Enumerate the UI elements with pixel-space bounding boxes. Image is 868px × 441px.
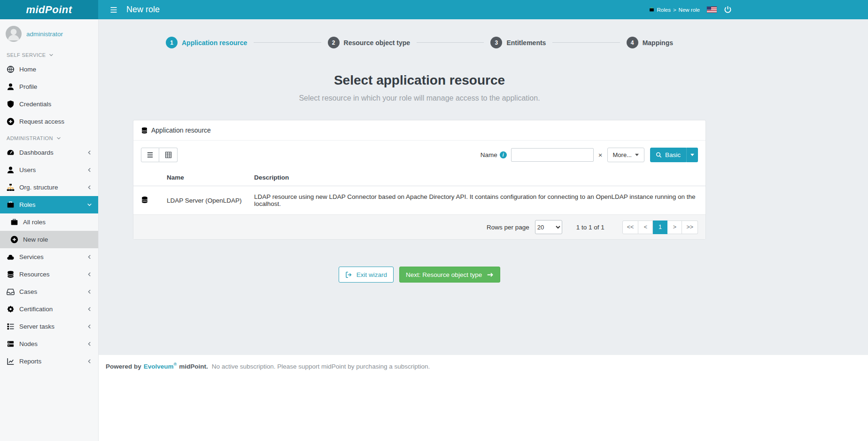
sidebar-item-roles[interactable]: Roles	[0, 196, 98, 213]
cases-icon	[7, 288, 15, 296]
content-area: 1Application resource2Resource object ty…	[98, 19, 868, 355]
first-page-button[interactable]: <<	[622, 220, 639, 234]
role-icon	[649, 7, 654, 12]
sidebar-item-label: New role	[23, 236, 92, 243]
sidebar-item-label: Dashboards	[19, 149, 82, 156]
more-filters-button[interactable]: More...	[607, 148, 644, 162]
sidebar-item-label: Resources	[19, 271, 82, 278]
rows-per-page-label: Rows per page	[487, 224, 529, 231]
sidebar-item-services[interactable]: Services	[0, 248, 98, 266]
plus-circle-icon	[7, 118, 15, 126]
rows-per-page-select[interactable]: 20	[535, 220, 562, 234]
last-page-button[interactable]: >>	[682, 220, 698, 234]
sidebar-item-org-structure[interactable]: Org. structure	[0, 179, 98, 196]
sidebar-item-credentials[interactable]: Credentials	[0, 95, 98, 113]
table-view-icon	[165, 151, 172, 158]
sidebar-section-administration[interactable]: ADMINISTRATION	[0, 130, 98, 144]
column-header-description[interactable]: Description	[250, 169, 705, 186]
step-label: Entitlements	[506, 39, 546, 47]
database-icon	[141, 127, 148, 134]
sidebar-item-label: Home	[19, 66, 92, 73]
new-role-icon	[10, 236, 18, 244]
sidebar-item-users[interactable]: Users	[0, 161, 98, 179]
sidebar-item-label: Profile	[19, 83, 92, 90]
column-header-name[interactable]: Name	[163, 169, 250, 186]
sidebar-item-resources[interactable]: Resources	[0, 266, 98, 283]
breadcrumb-roles-link[interactable]: Roles	[657, 7, 670, 13]
wizard-step-1[interactable]: 1Application resource	[166, 37, 247, 48]
power-icon[interactable]	[724, 6, 732, 14]
table-row[interactable]: LDAP Server (OpenLDAP)LDAP resource usin…	[133, 186, 705, 215]
evolveum-link[interactable]: Evolveum®	[144, 362, 177, 370]
chevron-down-icon	[87, 202, 92, 207]
sidebar-item-nodes[interactable]: Nodes	[0, 335, 98, 353]
exit-wizard-button[interactable]: Exit wizard	[339, 267, 394, 283]
chevron-left-icon	[87, 359, 92, 364]
server-tasks-icon	[7, 323, 15, 331]
sidebar-item-dashboards[interactable]: Dashboards	[0, 144, 98, 161]
page-title: New role	[126, 5, 160, 15]
chevron-left-icon	[87, 150, 92, 155]
basic-search-button[interactable]: Basic	[650, 148, 686, 162]
subscription-note: No active subscription. Please support m…	[212, 363, 430, 370]
topbar: midPoint New role Roles > New role	[0, 0, 868, 19]
hamburger-icon[interactable]	[109, 6, 118, 14]
sidebar-item-request-access[interactable]: Request access	[0, 113, 98, 130]
dashboard-icon	[7, 149, 15, 157]
search-mode-dropdown[interactable]	[686, 148, 698, 162]
resource-table-body: LDAP Server (OpenLDAP)LDAP resource usin…	[133, 186, 705, 215]
chevron-left-icon	[87, 289, 92, 294]
sidebar-item-home[interactable]: Home	[0, 61, 98, 78]
wizard-step-3[interactable]: 3Entitlements	[490, 37, 546, 48]
resource-name[interactable]: LDAP Server (OpenLDAP)	[163, 186, 250, 215]
name-filter-input[interactable]	[511, 148, 594, 162]
all-roles-icon	[10, 218, 18, 226]
name-filter-label: Name	[480, 151, 497, 158]
step-label: Application resource	[182, 39, 247, 47]
sidebar-item-label: Credentials	[19, 101, 92, 108]
sidebar-section-self-service[interactable]: SELF SERVICE	[0, 47, 98, 61]
next-page-button[interactable]: >	[667, 220, 682, 234]
search-icon	[656, 152, 662, 158]
info-icon[interactable]: i	[500, 151, 507, 158]
app-logo[interactable]: midPoint	[0, 0, 98, 19]
page-button[interactable]: 1	[653, 220, 667, 234]
list-view-button[interactable]	[141, 148, 159, 162]
resources-icon	[7, 270, 15, 278]
breadcrumb-current[interactable]: New role	[679, 7, 700, 13]
sidebar-item-label: Services	[19, 253, 82, 260]
chevron-left-icon	[87, 341, 92, 346]
nodes-icon	[7, 340, 15, 348]
avatar[interactable]	[6, 26, 22, 42]
roles-icon	[7, 201, 15, 209]
shield-icon	[7, 100, 15, 108]
product-label: midPoint.	[179, 363, 208, 370]
prev-page-button[interactable]: <	[638, 220, 653, 234]
sidebar-item-all-roles[interactable]: All roles	[0, 213, 98, 231]
sidebar-item-new-role[interactable]: New role	[0, 231, 98, 248]
sidebar-item-certification[interactable]: Certification	[0, 300, 98, 318]
resource-description: LDAP resource using new LDAP Connector b…	[250, 186, 705, 215]
users-icon	[7, 166, 15, 174]
user-name-link[interactable]: administrator	[26, 31, 63, 38]
services-icon	[7, 253, 15, 261]
chevron-left-icon	[87, 254, 92, 260]
wizard-actions: Exit wizard Next: Resource object type	[133, 267, 706, 283]
next-step-button[interactable]: Next: Resource object type	[399, 267, 500, 283]
table-view-button[interactable]	[159, 148, 178, 162]
sidebar-item-label: Org. structure	[19, 184, 82, 191]
wizard-step-2[interactable]: 2Resource object type	[328, 37, 411, 48]
clear-filter-icon[interactable]: ×	[598, 151, 603, 158]
sidebar-item-cases[interactable]: Cases	[0, 283, 98, 300]
sidebar-item-server-tasks[interactable]: Server tasks	[0, 318, 98, 335]
step-number: 4	[627, 37, 638, 48]
sidebar-item-profile[interactable]: Profile	[0, 78, 98, 95]
user-panel: administrator	[0, 19, 98, 47]
wizard-step-4[interactable]: 4Mappings	[627, 37, 673, 48]
home-icon	[7, 65, 15, 73]
sidebar-item-reports[interactable]: Reports	[0, 353, 98, 370]
database-icon	[141, 196, 148, 204]
us-flag-icon[interactable]	[707, 7, 717, 13]
pagination: <<<1>>>	[622, 220, 698, 234]
pagination-summary: 1 to 1 of 1	[576, 224, 604, 231]
